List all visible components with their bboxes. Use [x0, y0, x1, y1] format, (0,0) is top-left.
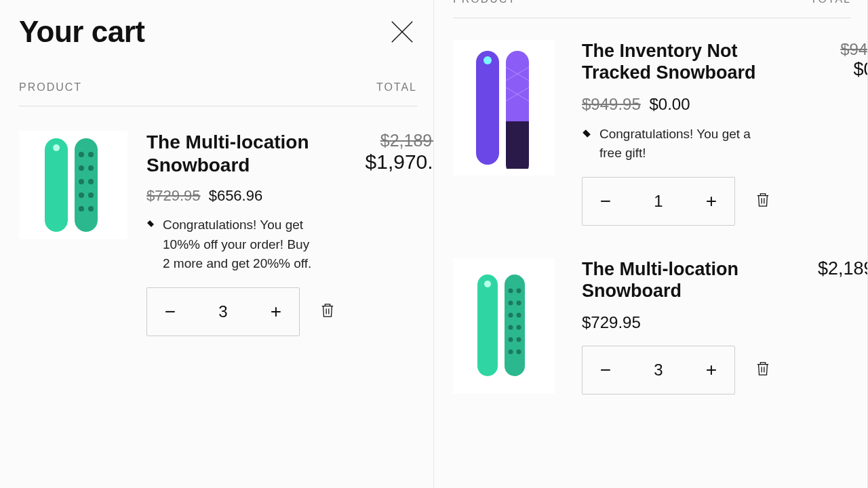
product-name: The Multi-location Snowboard: [582, 258, 758, 302]
product-name: The Inventory Not Tracked Snowboard: [582, 40, 758, 84]
unit-price-old: $949.95: [582, 95, 641, 113]
remove-item-button[interactable]: [320, 302, 335, 321]
snowboard-green-icon: [33, 134, 114, 236]
col-product: PRODUCT: [19, 81, 82, 94]
svg-point-12: [88, 192, 94, 198]
svg-point-14: [88, 206, 94, 211]
qty-value: 1: [654, 192, 663, 211]
svg-point-10: [88, 179, 94, 184]
svg-point-11: [79, 192, 84, 198]
trash-icon: [755, 192, 770, 208]
svg-point-29: [509, 312, 513, 317]
promo-message: Congratulations! You get a free gift!: [599, 125, 770, 163]
svg-rect-2: [45, 138, 68, 232]
col-product: PRODUCT: [453, 0, 516, 5]
quantity-stepper[interactable]: − 3 +: [582, 346, 735, 394]
close-button[interactable]: [387, 17, 417, 47]
qty-decrease-button[interactable]: −: [597, 192, 614, 211]
snowboard-green-icon: [467, 272, 541, 380]
promo-message: Congratulations! You get 10%% off your o…: [163, 216, 316, 274]
qty-increase-button[interactable]: +: [703, 361, 719, 380]
tag-icon: [582, 129, 591, 138]
qty-increase-button[interactable]: +: [703, 192, 719, 211]
svg-point-27: [509, 300, 513, 305]
svg-point-36: [517, 349, 521, 354]
line-total-old: $2,189.85: [354, 131, 434, 150]
unit-price: $729.95: [582, 313, 641, 331]
quantity-stepper[interactable]: − 3 +: [146, 287, 300, 336]
svg-rect-24: [505, 274, 525, 376]
svg-point-5: [79, 152, 84, 157]
cart-title: Your cart: [19, 15, 144, 49]
svg-rect-4: [75, 138, 98, 232]
qty-increase-button[interactable]: +: [268, 302, 284, 321]
svg-point-33: [509, 337, 513, 342]
product-thumbnail: [453, 40, 555, 176]
svg-point-3: [53, 144, 60, 151]
svg-point-6: [88, 152, 94, 157]
svg-rect-15: [476, 51, 499, 165]
qty-decrease-button[interactable]: −: [597, 361, 614, 380]
tag-icon: [146, 220, 155, 228]
cart-line-item: The Multi-location Snowboard $729.95 − 3…: [453, 258, 851, 394]
svg-point-30: [517, 312, 521, 317]
quantity-stepper[interactable]: − 1 +: [582, 177, 735, 226]
svg-point-28: [517, 300, 521, 305]
col-total: TOTAL: [376, 81, 417, 94]
unit-price-new: $656.96: [209, 187, 263, 204]
svg-point-23: [484, 281, 491, 287]
qty-value: 3: [654, 361, 663, 380]
snowboard-purple-icon: [467, 47, 541, 169]
svg-point-34: [517, 337, 521, 342]
unit-price-old: $729.95: [146, 187, 201, 204]
line-total: $2,189.85: [797, 258, 868, 279]
svg-rect-22: [477, 274, 498, 376]
svg-point-35: [509, 349, 513, 354]
svg-point-13: [79, 206, 84, 211]
remove-item-button[interactable]: [755, 192, 770, 211]
svg-point-26: [517, 288, 521, 293]
product-thumbnail: [19, 131, 127, 239]
svg-point-31: [509, 325, 513, 329]
col-total: TOTAL: [810, 0, 851, 5]
unit-price-new: $0.00: [649, 95, 690, 113]
remove-item-button[interactable]: [755, 361, 770, 380]
svg-point-25: [509, 288, 513, 293]
trash-icon: [755, 361, 770, 377]
line-total: $1,970.87: [354, 150, 434, 174]
qty-value: 3: [218, 302, 227, 321]
line-total: $0.00: [797, 59, 868, 80]
line-total-old: $949.95: [797, 40, 868, 59]
trash-icon: [320, 302, 335, 319]
qty-decrease-button[interactable]: −: [162, 302, 178, 321]
cart-line-item: The Multi-location Snowboard $729.95 $65…: [19, 131, 417, 336]
svg-point-9: [79, 179, 84, 184]
svg-point-16: [484, 56, 492, 64]
product-name: The Multi-location Snowboard: [146, 131, 323, 176]
close-icon: [389, 19, 415, 45]
svg-point-8: [88, 165, 94, 171]
product-thumbnail: [453, 258, 555, 394]
svg-point-7: [79, 165, 84, 171]
svg-point-32: [517, 325, 521, 329]
cart-line-item: The Inventory Not Tracked Snowboard $949…: [453, 40, 851, 226]
